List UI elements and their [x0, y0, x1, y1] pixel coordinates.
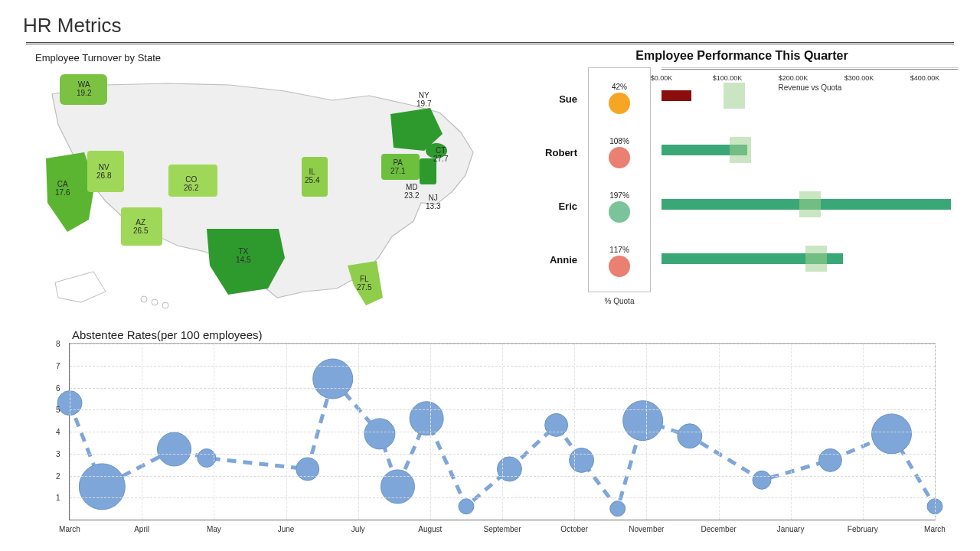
absentee-y-tick: 3 [56, 449, 60, 458]
absentee-point[interactable] [545, 413, 568, 436]
absentee-vgrid [502, 344, 503, 520]
svg-point-2 [162, 302, 168, 308]
state-wa[interactable] [60, 74, 107, 105]
absentee-vgrid [142, 344, 142, 520]
absentee-point[interactable] [364, 419, 395, 449]
absentee-point[interactable] [570, 448, 594, 472]
employee-name-column: SueRobertEricAnnie [525, 67, 577, 286]
absentee-panel: Abstentee Rates(per 100 employees) 12345… [21, 328, 959, 520]
absentee-vgrid [935, 344, 936, 520]
state-fl[interactable] [348, 261, 383, 305]
absentee-y-tick: 2 [56, 471, 60, 480]
svg-point-0 [141, 296, 147, 302]
absentee-point[interactable] [79, 464, 125, 510]
employee-name: Robert [525, 147, 577, 158]
absentee-point[interactable] [497, 457, 521, 481]
absentee-point[interactable] [296, 458, 319, 481]
quota-pct-label: 108% [609, 137, 629, 145]
title-rule [26, 42, 954, 44]
quota-dot-icon [609, 201, 630, 223]
quota-cell[interactable]: 197% [609, 191, 630, 223]
quota-caption: % Quota [605, 297, 635, 305]
turnover-map-panel: Employee Turnover by State [21, 49, 511, 324]
state-nj[interactable] [420, 158, 436, 184]
absentee-point[interactable] [410, 402, 443, 435]
absentee-vgrid [214, 344, 214, 520]
state-nv[interactable] [87, 151, 124, 192]
revenue-bar [662, 90, 691, 101]
employee-name: Annie [525, 254, 577, 266]
absentee-point[interactable] [198, 449, 216, 468]
absentee-y-tick: 7 [56, 361, 60, 370]
absentee-vgrid [430, 344, 431, 520]
employee-name: Sue [525, 93, 577, 105]
performance-title: Employee Performance This Quarter [525, 49, 959, 63]
quota-cell[interactable]: 42% [609, 83, 630, 114]
quota-dot-icon [609, 147, 630, 168]
quota-pct-column: 42%108%197%117% [588, 67, 651, 292]
quota-cell[interactable]: 117% [609, 246, 630, 277]
quota-dot-icon [609, 93, 630, 114]
absentee-month-tick: March [59, 525, 80, 533]
revenue-bar-row[interactable] [662, 241, 958, 276]
state-ct[interactable] [426, 143, 447, 158]
absentee-month-tick: November [629, 525, 664, 533]
absentee-y-tick: 1 [56, 494, 60, 502]
employee-name: Eric [525, 201, 577, 212]
revenue-x-tick: $300.00K [844, 74, 874, 82]
absentee-month-tick: September [484, 525, 521, 533]
quota-target-marker [799, 191, 821, 217]
absentee-point[interactable] [623, 401, 663, 441]
state-az[interactable] [121, 207, 162, 246]
absentee-chart[interactable]: 12345678MarchAprilMayJuneJulyAugustSepte… [69, 343, 936, 520]
absentee-point[interactable] [381, 470, 414, 504]
absentee-vgrid [574, 344, 575, 520]
revenue-bar-row[interactable] [662, 78, 958, 113]
absentee-point[interactable] [459, 499, 474, 514]
page-title: HR Metrics [23, 14, 959, 37]
absentee-vgrid [286, 344, 287, 520]
absentee-vgrid [719, 344, 720, 520]
absentee-title: Abstentee Rates(per 100 employees) [72, 328, 959, 341]
quota-target-marker [805, 246, 827, 272]
absentee-vgrid [863, 344, 864, 520]
quota-pct-label: 197% [609, 191, 629, 200]
us-map-svg [32, 68, 499, 313]
state-pa[interactable] [381, 154, 420, 180]
svg-point-1 [152, 299, 158, 305]
absentee-vgrid [70, 344, 70, 520]
quota-target-marker [730, 137, 751, 163]
absentee-point[interactable] [872, 414, 912, 454]
absentee-month-tick: May [207, 525, 221, 533]
absentee-vgrid [358, 344, 359, 520]
absentee-month-tick: February [848, 525, 878, 533]
revenue-bar-row[interactable] [662, 187, 958, 222]
revenue-x-tick: $400.00K [910, 74, 940, 82]
absentee-month-tick: December [701, 525, 736, 533]
state-co[interactable] [168, 165, 217, 197]
absentee-point[interactable] [753, 471, 771, 489]
turnover-map[interactable]: WA19.2CA17.6NV26.8AZ26.5CO26.2TX14.5IL25… [21, 64, 511, 324]
absentee-month-tick: January [777, 525, 805, 533]
absentee-month-tick: March [924, 525, 946, 533]
revenue-x-tick: $0.00K [651, 74, 673, 82]
absentee-point[interactable] [610, 501, 626, 517]
quota-target-marker [724, 83, 745, 109]
absentee-point[interactable] [818, 448, 841, 471]
revenue-x-tick: $100.00K [713, 74, 743, 82]
absentee-month-tick: June [278, 525, 295, 533]
revenue-x-tick: $200.00K [779, 74, 808, 82]
quota-pct-label: 117% [609, 246, 629, 254]
revenue-bars-chart[interactable]: $0.00K$100.00K$200.00K$300.00K$400.00K [662, 67, 959, 68]
absentee-point[interactable] [678, 424, 702, 448]
revenue-bar-row[interactable] [662, 132, 958, 168]
state-il[interactable] [302, 157, 328, 197]
absentee-y-tick: 4 [56, 428, 60, 436]
absentee-month-tick: July [351, 525, 365, 533]
absentee-y-tick: 8 [56, 340, 60, 348]
absentee-y-tick: 6 [56, 383, 60, 392]
absentee-point[interactable] [158, 432, 191, 466]
performance-panel: Employee Performance This Quarter SueRob… [525, 49, 959, 324]
quota-cell[interactable]: 108% [609, 137, 630, 168]
quota-pct-label: 42% [612, 83, 627, 91]
